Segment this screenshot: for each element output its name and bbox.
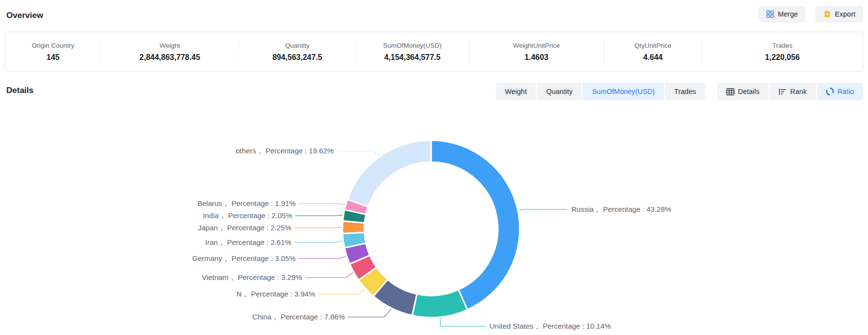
- stat-value: 4,154,364,577.5: [384, 52, 441, 63]
- pie-leader-germany: [299, 256, 346, 259]
- pie-label-russia: Russia， Percentage : 43.28%: [571, 205, 671, 213]
- pie-label-iran: Iran， Percentage : 2.61%: [205, 238, 291, 246]
- export-button[interactable]: Export: [815, 6, 863, 22]
- pie-slice-russia[interactable]: [431, 140, 520, 310]
- merge-icon: [766, 10, 774, 18]
- pie-label-india: India， Percentage : 2.05%: [203, 211, 292, 220]
- export-button-label: Export: [835, 10, 855, 18]
- overview-stats-card: Origin Country 145 Weight 2,844,863,778.…: [5, 32, 863, 72]
- ratio-pie-chart: Russia， Percentage : 43.28%United States…: [0, 92, 868, 335]
- stat-label: Quantity: [285, 41, 309, 50]
- page-root: Overview Merge: [0, 0, 868, 335]
- stat-value: 4.644: [643, 52, 662, 63]
- stat-label: Trades: [772, 41, 793, 50]
- pie-label-vietnam: Vietnam， Percentage : 3.29%: [202, 273, 302, 281]
- stat-value: 1.4603: [525, 52, 548, 63]
- merge-button-label: Merge: [778, 10, 798, 18]
- stat-trades: Trades 1,220,056: [702, 32, 863, 71]
- pie-label-china: China， Percentage : 7.86%: [252, 313, 345, 321]
- pie-leader-belarus: [299, 204, 345, 204]
- pie-label-others: others， Percentage : 19.62%: [236, 147, 334, 155]
- stat-sum-of-money: SumOfMoney(USD) 4,154,364,577.5: [356, 32, 469, 71]
- pie-leader-vietnam: [305, 273, 353, 278]
- pie-label-japan: Japan， Percentage : 2.25%: [198, 223, 291, 232]
- pie-leader-iran: [294, 241, 342, 242]
- pie-leader-n: [318, 289, 365, 294]
- pie-leader-russia: [519, 209, 567, 210]
- page-title: Overview: [6, 11, 43, 20]
- stat-weight-unit-price: WeightUnitPrice 1.4603: [469, 32, 604, 71]
- header-actions: Merge Export: [758, 6, 863, 22]
- pie-leader-japan: [294, 227, 341, 228]
- stat-origin-country: Origin Country 145: [5, 32, 101, 71]
- stat-value: 894,563,247.5: [272, 52, 322, 63]
- pie-label-belarus: Belarus， Percentage : 1.91%: [197, 199, 296, 207]
- stat-weight: Weight 2,844,863,778.45: [101, 32, 239, 71]
- stat-label: Origin Country: [32, 41, 74, 50]
- stat-label: WeightUnitPrice: [513, 41, 560, 50]
- pie-leader-united-states: [440, 318, 486, 326]
- stat-qty-unit-price: QtyUnitPrice 4.644: [604, 32, 702, 71]
- stat-label: SumOfMoney(USD): [383, 41, 442, 50]
- pie-label-germany: Germany， Percentage : 3.05%: [192, 254, 296, 262]
- pie-label-united-states: United States， Percentage : 10.14%: [490, 322, 611, 330]
- pie-leader-india: [295, 215, 342, 216]
- stat-label: QtyUnitPrice: [635, 41, 672, 50]
- pie-label-n: N， Percentage : 3.94%: [236, 290, 315, 298]
- stat-value: 145: [47, 52, 60, 63]
- export-icon: [823, 10, 831, 18]
- pie-leader-others: [337, 151, 379, 156]
- stat-label: Weight: [160, 41, 180, 50]
- merge-button[interactable]: Merge: [758, 6, 806, 22]
- stat-value: 2,844,863,778.45: [139, 52, 200, 63]
- pie-leader-china: [348, 309, 391, 317]
- pie-slice-united-states[interactable]: [412, 290, 467, 317]
- ratio-chart-area: Russia， Percentage : 43.28%United States…: [0, 92, 868, 335]
- pie-slice-others[interactable]: [347, 140, 431, 207]
- stat-quantity: Quantity 894,563,247.5: [239, 32, 356, 71]
- stat-value: 1,220,056: [765, 52, 800, 63]
